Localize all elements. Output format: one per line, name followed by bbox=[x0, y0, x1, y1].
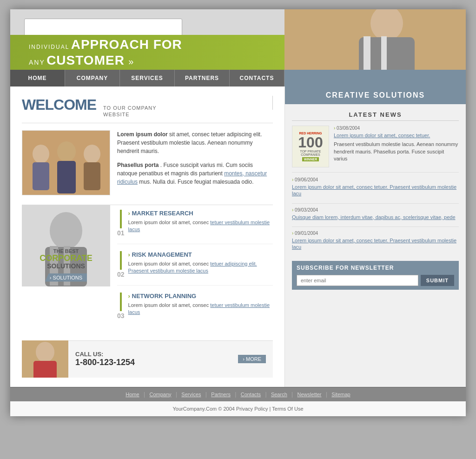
solution-link-3[interactable]: tetuer vestibulum molestie lacus bbox=[128, 302, 270, 315]
footer-search-link[interactable]: Search bbox=[271, 392, 287, 397]
news-item-2: 09/03/2004 Quisque diam lorem, interdum … bbox=[292, 207, 459, 227]
callus-label: CALL US: bbox=[75, 351, 231, 358]
footer-navigation: Home | Company | Services | Partners | C… bbox=[10, 387, 466, 401]
subscribe-title: SUBSCRIBE FOR NEWSLETTER bbox=[297, 265, 454, 271]
footer-sitemap-link[interactable]: Sitemap bbox=[331, 392, 350, 397]
footer-bottom: YourCompany.Com © 2004 Privacy Policy | … bbox=[10, 401, 466, 416]
solution-bar-icon bbox=[120, 210, 122, 228]
footer-home-link[interactable]: Home bbox=[126, 392, 139, 397]
welcome-description: Lorem ipsum dolor sit amet, consec tetue… bbox=[117, 130, 273, 195]
solution-title-2: RISK MANAGEMENT bbox=[128, 251, 273, 258]
solution-num-2: 02 bbox=[117, 251, 125, 278]
solution-item-2: 02 RISK MANAGEMENT Lorem ipsum dolor sit… bbox=[117, 251, 273, 286]
news-featured-item: RED HERRING 100 TOP PRIVATE COMPANIES WI… bbox=[292, 126, 459, 173]
solution-bar-icon-2 bbox=[120, 251, 122, 270]
svg-point-26 bbox=[36, 342, 54, 362]
svg-point-18 bbox=[84, 145, 100, 163]
solution-bar-icon-3 bbox=[120, 293, 122, 311]
team-image bbox=[22, 131, 110, 195]
svg-rect-17 bbox=[57, 161, 76, 193]
para1-bold: Lorem ipsum dolor bbox=[117, 131, 168, 138]
svg-rect-12 bbox=[381, 36, 387, 70]
nav-home[interactable]: HOME bbox=[10, 70, 65, 86]
right-column: CREATIVE SOLUTIONS LATEST NEWS RED HERRI… bbox=[284, 86, 466, 387]
solutions-photo: THE BEST CORPORATE SOLUTIONS › SOLUTIONS bbox=[22, 205, 110, 286]
svg-rect-11 bbox=[364, 36, 370, 70]
footer-terms-link[interactable]: Terms Of Use bbox=[272, 406, 303, 412]
news-date-1: 09/06/2004 bbox=[292, 177, 459, 182]
svg-rect-27 bbox=[33, 361, 57, 378]
solution-content-3: NETWORK PLANNING Lorem ipsum dolor sit a… bbox=[128, 293, 273, 316]
solution-title-3: NETWORK PLANNING bbox=[128, 293, 273, 299]
nav-partners[interactable]: PARTNERS bbox=[175, 70, 230, 86]
subscribe-email-input[interactable] bbox=[297, 275, 418, 286]
solutions-list: 01 MARKET RESEARCH Lorem ipsum dolor sit… bbox=[110, 205, 273, 333]
badge-subtitle: TOP PRIVATE COMPANIES bbox=[292, 150, 329, 156]
svg-point-14 bbox=[33, 145, 49, 163]
banner-line1-bold: APPROACH FOR bbox=[71, 37, 182, 52]
callus-person-icon bbox=[22, 340, 68, 378]
nav-company[interactable]: COMPANY bbox=[65, 70, 120, 86]
callus-number: 1-800-123-1254 bbox=[75, 358, 231, 367]
solutions-line1: THE BEST bbox=[26, 248, 106, 254]
nav-services[interactable]: SERVICES bbox=[120, 70, 175, 86]
solution-item-1: 01 MARKET RESEARCH Lorem ipsum dolor sit… bbox=[117, 210, 273, 244]
team-image-icon bbox=[22, 131, 110, 195]
callus-text: CALL US: 1-800-123-1254 bbox=[68, 351, 238, 367]
footer-privacy-link[interactable]: Privacy Policy bbox=[236, 406, 268, 412]
welcome-title: WELCOME bbox=[22, 96, 96, 113]
news-item-1: 09/06/2004 Lorem ipsum dolor sit amet, c… bbox=[292, 177, 459, 204]
footer-company-link[interactable]: Company bbox=[149, 392, 171, 397]
header-person-image bbox=[284, 9, 466, 70]
solution-item-3: 03 NETWORK PLANNING Lorem ipsum dolor si… bbox=[117, 293, 273, 326]
news-item-3: 09/01/2004 Lorem ipsum dolor sit amet, c… bbox=[292, 231, 459, 257]
content-area: WELCOME TO OUR COMPANY WEBSITE bbox=[10, 86, 466, 387]
news-featured-link[interactable]: Lorem ipsum dolor sit amet, consec tetue… bbox=[334, 132, 459, 139]
para2-bold: Phasellus porta bbox=[117, 162, 159, 168]
solutions-button[interactable]: › SOLUTIONS bbox=[45, 273, 87, 282]
navigation: HOME COMPANY SERVICES PARTNERS CONTACTS bbox=[10, 70, 466, 86]
nav-right-filler bbox=[284, 70, 466, 86]
welcome-content: Lorem ipsum dolor sit amet, consec tetue… bbox=[22, 130, 273, 195]
solution-content-1: MARKET RESEARCH Lorem ipsum dolor sit am… bbox=[128, 210, 273, 233]
svg-rect-15 bbox=[33, 162, 49, 190]
callus-more-button[interactable]: › MORE bbox=[238, 355, 266, 363]
news-featured-text: 03/08/2004 Lorem ipsum dolor sit amet, c… bbox=[334, 126, 459, 167]
news-link-1[interactable]: Lorem ipsum dolor sit amet, consec tetue… bbox=[292, 184, 459, 197]
solution-text-2: Lorem ipsum dolor sit amet, consec tetue… bbox=[128, 260, 273, 275]
solution-num-1: 01 bbox=[117, 210, 125, 237]
solutions-section: THE BEST CORPORATE SOLUTIONS › SOLUTIONS… bbox=[22, 205, 273, 333]
footer-services-link[interactable]: Services bbox=[181, 392, 201, 397]
callus-section: CALL US: 1-800-123-1254 › MORE bbox=[22, 340, 273, 378]
subscribe-section: SUBSCRIBE FOR NEWSLETTER SUBMIT bbox=[292, 261, 459, 290]
right-column-content: LATEST NEWS RED HERRING 100 TOP PRIVATE … bbox=[285, 104, 466, 297]
svg-point-16 bbox=[57, 141, 76, 162]
welcome-subtitle: TO OUR COMPANY WEBSITE bbox=[103, 105, 156, 118]
footer-copyright: YourCompany.Com © 2004 bbox=[172, 406, 234, 412]
footer-newsletter-link[interactable]: Newsletter bbox=[298, 392, 322, 397]
footer-partners-link[interactable]: Partners bbox=[211, 392, 231, 397]
award-badge: RED HERRING 100 TOP PRIVATE COMPANIES WI… bbox=[292, 126, 329, 167]
news-section-title: LATEST NEWS bbox=[292, 111, 459, 121]
nav-contacts[interactable]: CONTACTS bbox=[230, 70, 284, 86]
news-date-3: 09/01/2004 bbox=[292, 231, 459, 236]
footer-contacts-link[interactable]: Contacts bbox=[241, 392, 261, 397]
subscribe-submit-button[interactable]: SUBMIT bbox=[421, 275, 454, 286]
header-photo bbox=[284, 9, 466, 70]
header: Individual APPROACH FOR any CUSTOMER » bbox=[10, 9, 466, 70]
para2-link[interactable]: montes, nascetur ridiculus bbox=[117, 170, 267, 185]
welcome-team-photo bbox=[22, 130, 110, 195]
news-link-2[interactable]: Quisque diam lorem, interdum vitae, dapi… bbox=[292, 214, 459, 220]
nav-menu: HOME COMPANY SERVICES PARTNERS CONTACTS bbox=[10, 70, 284, 86]
welcome-section: WELCOME TO OUR COMPANY WEBSITE bbox=[22, 96, 273, 123]
news-link-3[interactable]: Lorem ipsum dolor sit amet, consec tetue… bbox=[292, 237, 459, 251]
solution-link-2[interactable]: tetuer adipiscing elit. Praesent vestibu… bbox=[128, 261, 257, 273]
solution-text-3: Lorem ipsum dolor sit amet, consec tetue… bbox=[128, 302, 273, 316]
main-column: WELCOME TO OUR COMPANY WEBSITE bbox=[10, 86, 284, 387]
badge-winner: WINNER bbox=[302, 157, 319, 161]
solutions-line2: CORPORATE bbox=[26, 254, 106, 262]
banner-line2-small: any bbox=[29, 59, 45, 66]
banner-line1-small: Individual bbox=[29, 44, 69, 50]
news-date-2: 09/03/2004 bbox=[292, 207, 459, 213]
solution-link-1[interactable]: tetuer vestibulum molestie lacus bbox=[128, 220, 270, 232]
